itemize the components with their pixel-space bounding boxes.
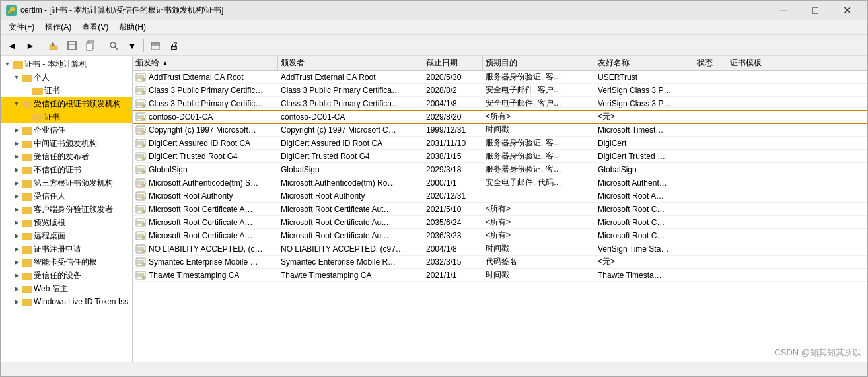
- menu-view[interactable]: 查看(V): [77, 20, 114, 34]
- trusted-publishers-icon: [22, 151, 32, 162]
- issued-to-text: DigiCert Assured ID Root CA: [149, 139, 250, 148]
- cell-issued-to: GlobalSign: [133, 163, 278, 176]
- tree-trusted-devices[interactable]: ▶ 受信任的设备: [1, 269, 132, 282]
- table-row[interactable]: GlobalSign GlobalSign 2029/3/18 服务器身份验证,…: [133, 163, 867, 176]
- cert-icon: [135, 152, 146, 161]
- svg-rect-107: [142, 223, 145, 226]
- search-button[interactable]: [105, 37, 122, 54]
- copy-button[interactable]: [82, 37, 99, 54]
- cert-icon: [135, 99, 146, 108]
- tree-panel[interactable]: ▼ 证书 - 本地计算机 ▼ 个人 证书: [1, 56, 133, 362]
- tree-remote-desktop[interactable]: ▶ 远程桌面: [1, 229, 132, 242]
- show-hide-button[interactable]: [63, 37, 81, 54]
- cell-status: [694, 150, 727, 162]
- cell-issued-to: Microsoft Root Certificate A…: [133, 203, 278, 215]
- cell-template: [727, 163, 867, 176]
- col-template[interactable]: 证书模板: [727, 56, 867, 70]
- issued-to-text: AddTrust External CA Root: [149, 73, 244, 82]
- col-template-label: 证书模板: [730, 57, 762, 69]
- svg-rect-21: [22, 127, 26, 129]
- table-row[interactable]: Symantec Enterprise Mobile … Symantec En…: [133, 256, 867, 269]
- tree-trusted-people[interactable]: ▶ 受信任人: [1, 189, 132, 203]
- tree-smart-card[interactable]: ▶ 智能卡受信任的根: [1, 256, 132, 269]
- col-status[interactable]: 状态: [694, 56, 727, 70]
- issued-to-text: contoso-DC01-CA: [149, 112, 213, 121]
- tree-third-party[interactable]: ▶ 第三方根证书颁发机构: [1, 176, 132, 189]
- col-issued-to[interactable]: 颁发给 ▲: [133, 56, 278, 70]
- cell-issued-by: Microsoft Authenticode(tm) Ro…: [278, 176, 423, 189]
- cell-friendly-name: Thawte Timesta…: [595, 269, 694, 281]
- preview-icon: [22, 217, 32, 228]
- new-window-button[interactable]: [147, 37, 164, 54]
- tree-intermediate[interactable]: ▶ 中间证书颁发机构: [1, 137, 132, 150]
- print-button[interactable]: 🖨: [165, 37, 182, 54]
- table-row[interactable]: DigiCert Trusted Root G4 DigiCert Truste…: [133, 150, 867, 163]
- table-row[interactable]: Copyright (c) 1997 Microsoft… Copyright …: [133, 123, 867, 137]
- table-row[interactable]: Microsoft Root Authority Microsoft Root …: [133, 189, 867, 203]
- forward-button[interactable]: ►: [22, 37, 39, 54]
- maximize-button[interactable]: □: [800, 1, 830, 20]
- cert-icon: [135, 231, 146, 240]
- col-expiry[interactable]: 截止日期: [423, 56, 483, 70]
- issued-to-text: Microsoft Root Certificate A…: [149, 231, 252, 240]
- tree-enterprise-label: 企业信任: [34, 125, 65, 136]
- menu-help[interactable]: 帮助(H): [114, 20, 151, 34]
- table-row[interactable]: Microsoft Root Certificate A… Microsoft …: [133, 203, 867, 216]
- tree-windows-live[interactable]: ▶ Windows Live ID Token Iss: [1, 295, 132, 308]
- table-row[interactable]: Microsoft Authenticode(tm) S… Microsoft …: [133, 176, 867, 189]
- tree-personal-certs[interactable]: 证书: [1, 84, 132, 97]
- tree-preview[interactable]: ▶ 预览版根: [1, 216, 132, 229]
- col-purpose[interactable]: 预期目的: [483, 56, 595, 70]
- table-row[interactable]: Microsoft Root Certificate A… Microsoft …: [133, 229, 867, 242]
- cell-friendly-name: VeriSign Class 3 P…: [595, 84, 694, 96]
- cell-purpose: 时间戳: [483, 269, 595, 281]
- dropdown-button[interactable]: ▼: [124, 37, 141, 54]
- svg-rect-117: [142, 250, 145, 252]
- cell-template: [727, 189, 867, 202]
- back-button[interactable]: ◄: [3, 37, 20, 54]
- cert-enrollment-arrow: ▶: [11, 244, 22, 254]
- table-row[interactable]: Microsoft Root Certificate A… Microsoft …: [133, 216, 867, 229]
- menu-file[interactable]: 文件(F): [3, 20, 40, 34]
- tree-enterprise[interactable]: ▶ 企业信任: [1, 123, 132, 137]
- table-row[interactable]: Class 3 Public Primary Certific… Class 3…: [133, 97, 867, 110]
- close-button[interactable]: ✕: [832, 1, 862, 20]
- svg-rect-67: [142, 118, 145, 120]
- tree-trusted-root[interactable]: ▼ 受信任的根证书颁发机构: [1, 97, 132, 110]
- table-row[interactable]: Thawte Timestamping CA Thawte Timestampi…: [133, 269, 867, 282]
- col-issued-by[interactable]: 颁发者: [278, 56, 423, 70]
- cell-expiry: 1999/12/31: [423, 123, 483, 136]
- cell-status: [694, 203, 727, 215]
- up-button[interactable]: [45, 37, 62, 54]
- cell-issued-by: DigiCert Assured ID Root CA: [278, 137, 423, 149]
- tree-client-auth[interactable]: ▶ 客户端身份验证颁发者: [1, 203, 132, 216]
- tree-cert-enrollment[interactable]: ▶ 证书注册申请: [1, 242, 132, 256]
- tree-trusted-root-certs[interactable]: 证书: [1, 110, 132, 123]
- cell-purpose: 时间戳: [483, 123, 595, 136]
- cell-template: [727, 97, 867, 110]
- table-row[interactable]: DigiCert Assured ID Root CA DigiCert Ass…: [133, 137, 867, 150]
- table-row[interactable]: Class 3 Public Primary Certific… Class 3…: [133, 84, 867, 97]
- col-status-label: 状态: [697, 57, 713, 69]
- minimize-button[interactable]: ─: [768, 1, 799, 20]
- tree-root[interactable]: ▼ 证书 - 本地计算机: [1, 57, 132, 71]
- menu-action[interactable]: 操作(A): [40, 20, 77, 34]
- tree-untrusted[interactable]: ▶ 不信任的证书: [1, 163, 132, 176]
- cell-template: [727, 71, 867, 83]
- tree-trusted-publishers[interactable]: ▶ 受信任的发布者: [1, 150, 132, 163]
- svg-rect-25: [22, 154, 26, 156]
- col-friendly-name-label: 友好名称: [598, 57, 630, 69]
- col-friendly-name[interactable]: 友好名称: [595, 56, 694, 70]
- cell-issued-by: Microsoft Root Authority: [278, 189, 423, 202]
- tree-personal[interactable]: ▼ 个人: [1, 71, 132, 84]
- cell-issued-by: GlobalSign: [278, 163, 423, 176]
- svg-rect-97: [142, 197, 145, 199]
- table-row[interactable]: contoso-DC01-CA contoso-DC01-CA 2029/8/2…: [133, 110, 867, 123]
- tree-web-hosting[interactable]: ▶ Web 宿主: [1, 282, 132, 295]
- svg-rect-27: [22, 167, 26, 169]
- table-row[interactable]: NO LIABILITY ACCEPTED, (c… NO LIABILITY …: [133, 242, 867, 256]
- cell-status: [694, 176, 727, 189]
- table-row[interactable]: AddTrust External CA Root AddTrust Exter…: [133, 71, 867, 84]
- issued-to-text: Microsoft Authenticode(tm) S…: [149, 178, 258, 188]
- svg-rect-62: [142, 104, 145, 107]
